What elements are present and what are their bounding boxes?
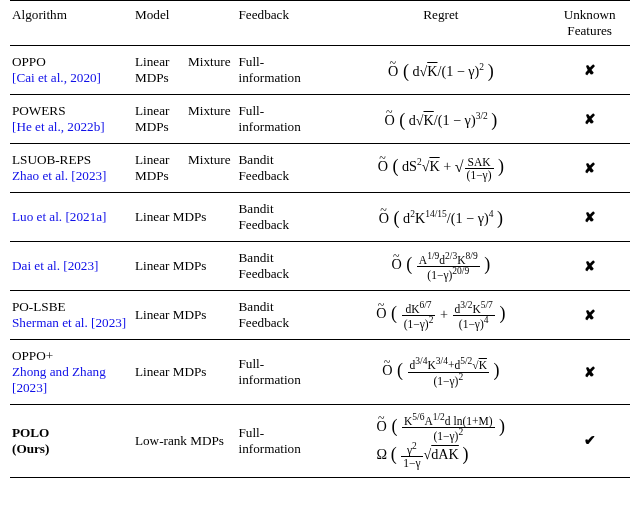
cell-unknown-features <box>553 405 630 478</box>
cell-feedback: Bandit Feedback <box>237 193 333 242</box>
cross-icon <box>584 259 596 274</box>
table-row: OPPO[Cai et al., 2020]Linear Mixture MDP… <box>10 46 630 95</box>
cell-feedback: Full-information <box>237 95 333 144</box>
cross-icon <box>584 365 596 380</box>
citation-link[interactable]: [Cai et al., 2020] <box>12 70 101 85</box>
table-row: Luo et al. [2021a]Linear MDPsBandit Feed… <box>10 193 630 242</box>
cell-feedback: Bandit Feedback <box>237 291 333 340</box>
cell-regret: O ( d√K/(1 − γ)3/2 ) <box>332 95 553 144</box>
cross-icon <box>584 161 596 176</box>
cell-regret: O ( d√K/(1 − γ)2 ) <box>332 46 553 95</box>
cell-model: Linear MDPs <box>133 291 237 340</box>
table-row: POLO(Ours)Low-rank MDPsFull-informationO… <box>10 405 630 478</box>
comparison-table: Algorithm Model Feedback Regret Unknown … <box>10 0 630 478</box>
cell-unknown-features <box>553 144 630 193</box>
cell-unknown-features <box>553 242 630 291</box>
algorithm-name: POLO <box>12 425 127 441</box>
citation-link[interactable]: Zhao et al. [2023] <box>12 168 106 183</box>
cell-algorithm: POWERS[He et al., 2022b] <box>10 95 133 144</box>
cell-feedback: Full-information <box>237 405 333 478</box>
citation-link[interactable]: [He et al., 2022b] <box>12 119 105 134</box>
check-icon <box>584 433 596 448</box>
citation-link[interactable]: Sherman et al. [2023] <box>12 315 126 330</box>
cell-feedback: Full-information <box>237 340 333 405</box>
cell-model: Linear MDPs <box>133 340 237 405</box>
cell-regret: O ( dS2√K + √SAK(1−γ) ) <box>332 144 553 193</box>
cell-unknown-features <box>553 193 630 242</box>
table-row: POWERS[He et al., 2022b]Linear Mixture M… <box>10 95 630 144</box>
citation-link[interactable]: Zhong and Zhang [2023] <box>12 364 106 395</box>
table-row: OPPO+Zhong and Zhang [2023]Linear MDPsFu… <box>10 340 630 405</box>
cell-model: Low-rank MDPs <box>133 405 237 478</box>
cell-unknown-features <box>553 291 630 340</box>
cell-algorithm: OPPO[Cai et al., 2020] <box>10 46 133 95</box>
cell-model: Linear Mixture MDPs <box>133 95 237 144</box>
cell-feedback: Full-information <box>237 46 333 95</box>
header-algorithm: Algorithm <box>10 1 133 46</box>
cell-regret: O ( dK6/7(1−γ)2 + d3/2K5/7(1−γ)4 ) <box>332 291 553 340</box>
cell-unknown-features <box>553 95 630 144</box>
cell-feedback: Bandit Feedback <box>237 242 333 291</box>
table-row: Dai et al. [2023]Linear MDPsBandit Feedb… <box>10 242 630 291</box>
cross-icon <box>584 210 596 225</box>
citation-link[interactable]: Luo et al. [2021a] <box>12 209 106 224</box>
table-row: LSUOB-REPSZhao et al. [2023]Linear Mixtu… <box>10 144 630 193</box>
cell-algorithm: PO-LSBESherman et al. [2023] <box>10 291 133 340</box>
header-row: Algorithm Model Feedback Regret Unknown … <box>10 1 630 46</box>
cell-model: Linear MDPs <box>133 242 237 291</box>
cross-icon <box>584 308 596 323</box>
cell-algorithm: Luo et al. [2021a] <box>10 193 133 242</box>
header-unknown-features: Unknown Features <box>553 1 630 46</box>
cell-model: Linear Mixture MDPs <box>133 46 237 95</box>
cell-algorithm: OPPO+Zhong and Zhang [2023] <box>10 340 133 405</box>
cell-model: Linear MDPs <box>133 193 237 242</box>
cell-unknown-features <box>553 46 630 95</box>
header-model: Model <box>133 1 237 46</box>
cell-algorithm: LSUOB-REPSZhao et al. [2023] <box>10 144 133 193</box>
cell-regret: O ( d3/4K3/4+d5/2√K(1−γ)2 ) <box>332 340 553 405</box>
cell-model: Linear Mixture MDPs <box>133 144 237 193</box>
table-row: PO-LSBESherman et al. [2023]Linear MDPsB… <box>10 291 630 340</box>
citation-link[interactable]: Dai et al. [2023] <box>12 258 98 273</box>
algorithm-name: OPPO <box>12 54 127 70</box>
cross-icon <box>584 112 596 127</box>
algorithm-name: POWERS <box>12 103 127 119</box>
cell-feedback: Bandit Feedback <box>237 144 333 193</box>
algorithm-name: LSUOB-REPS <box>12 152 127 168</box>
cell-unknown-features <box>553 340 630 405</box>
cell-regret: O ( K5/6A1/2d ln(1+M)(1−γ)2 )Ω ( γ21−γ√d… <box>332 405 553 478</box>
cell-algorithm: Dai et al. [2023] <box>10 242 133 291</box>
header-regret: Regret <box>332 1 553 46</box>
algorithm-name: PO-LSBE <box>12 299 127 315</box>
cell-regret: O ( A1/9d2/3K8/9(1−γ)20/9 ) <box>332 242 553 291</box>
algorithm-name: OPPO+ <box>12 348 127 364</box>
cross-icon <box>584 63 596 78</box>
header-feedback: Feedback <box>237 1 333 46</box>
cell-algorithm: POLO(Ours) <box>10 405 133 478</box>
ours-label: (Ours) <box>12 441 49 456</box>
cell-regret: O ( d2K14/15/(1 − γ)4 ) <box>332 193 553 242</box>
